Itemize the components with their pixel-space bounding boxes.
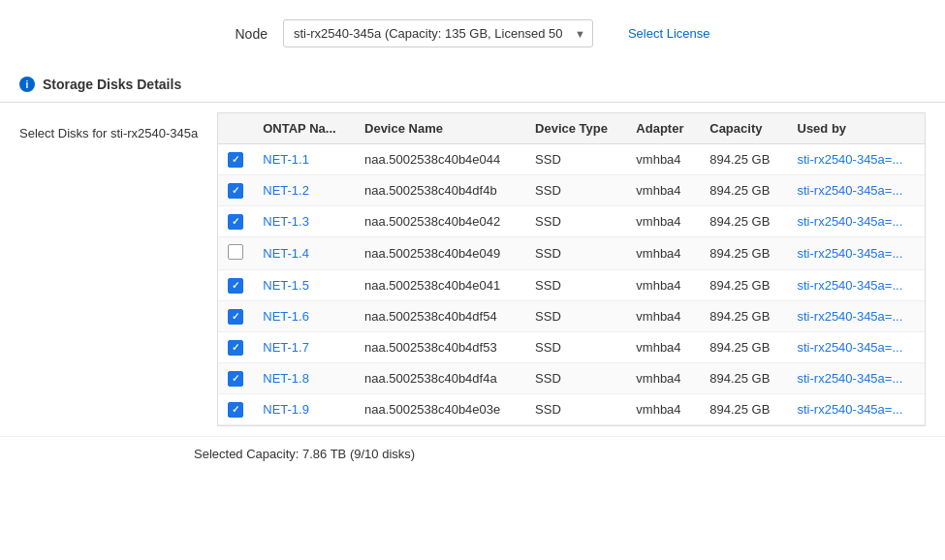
disk-checkbox[interactable]: [228, 371, 243, 387]
disk-table-wrapper: ONTAP Na... Device Name Device Type Adap…: [217, 112, 926, 426]
table-row: NET-1.8naa.5002538c40b4df4aSSDvmhba4894.…: [218, 363, 925, 394]
disk-checkbox[interactable]: [228, 183, 243, 199]
device-name-cell: naa.5002538c40b4e044: [355, 144, 525, 175]
section-title: Storage Disks Details: [43, 77, 181, 92]
device-type-cell: SSD: [525, 394, 626, 425]
node-select-wrapper: sti-rx2540-345a (Capacity: 135 GB, Licen…: [283, 19, 593, 47]
disk-checkbox[interactable]: [228, 340, 243, 356]
used-by-cell: sti-rx2540-345a=...: [788, 332, 926, 363]
table-row: NET-1.6naa.5002538c40b4df54SSDvmhba4894.…: [218, 301, 925, 332]
table-row: NET-1.2naa.5002538c40b4df4bSSDvmhba4894.…: [218, 175, 925, 206]
checkbox-cell[interactable]: [218, 301, 253, 332]
capacity-cell: 894.25 GB: [700, 332, 787, 363]
capacity-cell: 894.25 GB: [700, 144, 787, 175]
disk-checkbox[interactable]: [228, 152, 243, 168]
capacity-cell: 894.25 GB: [700, 206, 787, 237]
checkbox-cell[interactable]: [218, 237, 253, 270]
device-name-cell: naa.5002538c40b4df4b: [355, 175, 525, 206]
used-by-cell: sti-rx2540-345a=...: [788, 363, 926, 394]
capacity-cell: 894.25 GB: [700, 175, 787, 206]
table-row: NET-1.4naa.5002538c40b4e049SSDvmhba4894.…: [218, 237, 925, 270]
device-type-cell: SSD: [525, 332, 626, 363]
table-scroll-container[interactable]: ONTAP Na... Device Name Device Type Adap…: [217, 112, 926, 426]
capacity-cell: 894.25 GB: [700, 301, 787, 332]
col-device-name: Device Name: [355, 113, 525, 144]
device-type-cell: SSD: [525, 237, 626, 270]
adapter-cell: vmhba4: [626, 301, 700, 332]
col-capacity: Capacity: [700, 113, 787, 144]
adapter-cell: vmhba4: [626, 206, 700, 237]
ontap-name-cell: NET-1.6: [253, 301, 355, 332]
table-header-row: ONTAP Na... Device Name Device Type Adap…: [218, 113, 925, 144]
adapter-cell: vmhba4: [626, 363, 700, 394]
used-by-cell: sti-rx2540-345a=...: [788, 270, 926, 301]
capacity-cell: 894.25 GB: [700, 237, 787, 270]
selected-capacity-text: Selected Capacity: 7.86 TB (9/10 disks): [194, 447, 415, 461]
used-by-cell: sti-rx2540-345a=...: [788, 206, 926, 237]
disks-label: Select Disks for sti-rx2540-345a: [19, 112, 217, 426]
ontap-name-cell: NET-1.5: [253, 270, 355, 301]
col-checkbox: [218, 113, 253, 144]
footer-bar: Selected Capacity: 7.86 TB (9/10 disks): [0, 436, 945, 471]
table-row: NET-1.9naa.5002538c40b4e03eSSDvmhba4894.…: [218, 394, 925, 425]
adapter-cell: vmhba4: [626, 332, 700, 363]
adapter-cell: vmhba4: [626, 394, 700, 425]
device-type-cell: SSD: [525, 301, 626, 332]
disk-checkbox[interactable]: [228, 402, 243, 418]
device-name-cell: naa.5002538c40b4df54: [355, 301, 525, 332]
checkbox-cell[interactable]: [218, 144, 253, 175]
checkbox-cell[interactable]: [218, 206, 253, 237]
device-type-cell: SSD: [525, 175, 626, 206]
checkbox-cell[interactable]: [218, 363, 253, 394]
disk-checkbox[interactable]: [228, 278, 243, 294]
device-name-cell: naa.5002538c40b4e042: [355, 206, 525, 237]
device-type-cell: SSD: [525, 363, 626, 394]
device-name-cell: naa.5002538c40b4e041: [355, 270, 525, 301]
device-name-cell: naa.5002538c40b4e049: [355, 237, 525, 270]
ontap-name-cell: NET-1.9: [253, 394, 355, 425]
col-used-by: Used by: [788, 113, 926, 144]
device-name-cell: naa.5002538c40b4df4a: [355, 363, 525, 394]
node-label: Node: [235, 26, 267, 42]
capacity-cell: 894.25 GB: [700, 270, 787, 301]
table-row: NET-1.3naa.5002538c40b4e042SSDvmhba4894.…: [218, 206, 925, 237]
adapter-cell: vmhba4: [626, 237, 700, 270]
adapter-cell: vmhba4: [626, 270, 700, 301]
disk-checkbox[interactable]: [228, 309, 243, 325]
disk-table: ONTAP Na... Device Name Device Type Adap…: [218, 113, 925, 425]
device-type-cell: SSD: [525, 270, 626, 301]
ontap-name-cell: NET-1.7: [253, 332, 355, 363]
top-bar: Node sti-rx2540-345a (Capacity: 135 GB, …: [0, 0, 945, 67]
disk-checkbox[interactable]: [228, 244, 243, 260]
checkbox-cell[interactable]: [218, 332, 253, 363]
ontap-name-cell: NET-1.3: [253, 206, 355, 237]
device-name-cell: naa.5002538c40b4df53: [355, 332, 525, 363]
ontap-name-cell: NET-1.4: [253, 237, 355, 270]
ontap-name-cell: NET-1.2: [253, 175, 355, 206]
used-by-cell: sti-rx2540-345a=...: [788, 144, 926, 175]
node-select[interactable]: sti-rx2540-345a (Capacity: 135 GB, Licen…: [283, 19, 593, 47]
device-type-cell: SSD: [525, 206, 626, 237]
checkbox-cell[interactable]: [218, 394, 253, 425]
col-device-type: Device Type: [525, 113, 626, 144]
adapter-cell: vmhba4: [626, 175, 700, 206]
capacity-cell: 894.25 GB: [700, 363, 787, 394]
select-license-link[interactable]: Select License: [628, 26, 710, 41]
capacity-cell: 894.25 GB: [700, 394, 787, 425]
section-header: i Storage Disks Details: [0, 67, 945, 103]
main-content: Select Disks for sti-rx2540-345a ONTAP N…: [0, 103, 945, 436]
checkbox-cell[interactable]: [218, 175, 253, 206]
table-row: NET-1.7naa.5002538c40b4df53SSDvmhba4894.…: [218, 332, 925, 363]
checkbox-cell[interactable]: [218, 270, 253, 301]
info-icon: i: [19, 77, 35, 92]
col-ontap-name: ONTAP Na...: [253, 113, 355, 144]
adapter-cell: vmhba4: [626, 144, 700, 175]
used-by-cell: sti-rx2540-345a=...: [788, 394, 926, 425]
table-row: NET-1.5naa.5002538c40b4e041SSDvmhba4894.…: [218, 270, 925, 301]
device-type-cell: SSD: [525, 144, 626, 175]
ontap-name-cell: NET-1.1: [253, 144, 355, 175]
table-row: NET-1.1naa.5002538c40b4e044SSDvmhba4894.…: [218, 144, 925, 175]
col-adapter: Adapter: [626, 113, 700, 144]
device-name-cell: naa.5002538c40b4e03e: [355, 394, 525, 425]
disk-checkbox[interactable]: [228, 214, 243, 230]
